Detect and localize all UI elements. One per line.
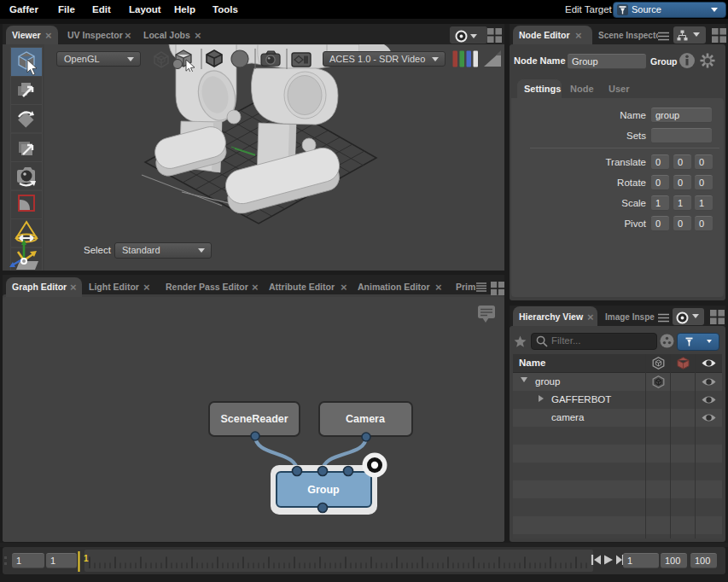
svg-text:Camera: Camera	[346, 413, 386, 425]
svg-text:SceneReader: SceneReader	[220, 413, 288, 425]
svg-text:1: 1	[84, 554, 89, 563]
svg-text:Group: Group	[307, 484, 340, 496]
